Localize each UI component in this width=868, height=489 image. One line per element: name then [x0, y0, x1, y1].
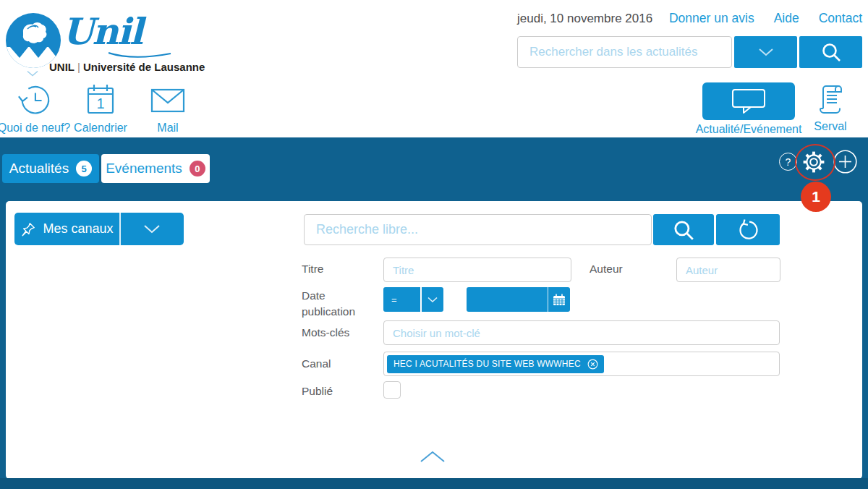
nav-item-label: Quoi de neuf?: [0, 122, 70, 135]
global-search-input[interactable]: [517, 36, 732, 68]
app-window: Unil UNIL|Université de Lausanne jeudi, …: [0, 0, 868, 489]
reset-search-button[interactable]: [716, 214, 780, 245]
tab-count-badge: 0: [190, 161, 205, 177]
speech-bubble-icon: [729, 87, 768, 116]
my-channels-dropdown[interactable]: [121, 213, 184, 245]
nav-item-label: Mail: [157, 122, 178, 135]
link-contact[interactable]: Contact: [819, 11, 862, 26]
tab-label: Actualités: [9, 161, 69, 177]
channel-field-label: Canal: [302, 356, 331, 372]
history-clock-icon: [17, 83, 51, 118]
chevron-down-icon: [427, 297, 438, 303]
nav-item-actualite-evenement[interactable]: [702, 82, 795, 120]
nav-item-quoi-de-neuf[interactable]: Quoi de neuf?: [1, 81, 67, 135]
title-input[interactable]: [383, 258, 571, 282]
global-search-button[interactable]: [799, 36, 862, 68]
channel-tag-label: HEC I ACUTALITÉS DU SITE WEB WWWHEC: [393, 359, 581, 369]
link-donner-un-avis[interactable]: Donner un avis: [669, 11, 754, 26]
calendar-day-number: 1: [96, 95, 104, 111]
chevron-up-icon: [420, 451, 446, 463]
annotation-step-badge: 1: [801, 182, 831, 212]
add-button[interactable]: [833, 150, 857, 174]
tab-label: Evénements: [106, 161, 182, 177]
refresh-icon: [736, 218, 760, 242]
date-publication-label: Date publication: [302, 288, 363, 320]
my-channels-button[interactable]: Mes canaux: [14, 213, 184, 245]
chevron-down-icon: [758, 48, 774, 56]
unil-logo-swash: [109, 51, 172, 59]
date-operator-value[interactable]: =: [383, 287, 420, 312]
chevron-down-icon: [143, 224, 161, 234]
date-operator-control: =: [383, 287, 443, 312]
tab-count-badge: 5: [76, 161, 92, 177]
nav-item-label: Serval: [814, 120, 846, 133]
my-channels-label: Mes canaux: [43, 221, 113, 237]
keywords-input[interactable]: [383, 320, 780, 345]
top-links: Donner un avis Aide Contact: [669, 11, 862, 26]
current-date: jeudi, 10 novembre 2016: [517, 12, 652, 26]
collapse-filters-button[interactable]: [420, 451, 446, 465]
calendar-icon: 1: [84, 82, 117, 119]
add-plus-icon: [833, 150, 857, 174]
date-operator-dropdown[interactable]: [422, 287, 443, 312]
channel-input[interactable]: HEC I ACUTALITÉS DU SITE WEB WWWHEC: [383, 352, 780, 376]
scroll-icon: [817, 82, 843, 116]
calendar-small-icon: [553, 294, 566, 306]
unil-logo-icon: [6, 13, 61, 68]
search-icon: [672, 218, 695, 242]
tab-evenements[interactable]: Evénements 0: [101, 154, 210, 183]
published-field-label: Publié: [302, 383, 333, 399]
remove-tag-icon[interactable]: [587, 359, 598, 370]
date-value[interactable]: [467, 287, 548, 312]
footer-bar: [0, 478, 868, 489]
settings-button[interactable]: [801, 149, 827, 175]
nav-item-calendrier[interactable]: 1 Calendrier: [72, 81, 129, 135]
logo-chevron-down-icon[interactable]: [26, 70, 39, 77]
free-search-input[interactable]: [304, 214, 652, 245]
nav-item-label: Calendrier: [74, 122, 127, 135]
unil-logo-tagline: UNIL|Université de Lausanne: [49, 61, 205, 73]
search-scope-dropdown[interactable]: [734, 36, 797, 68]
title-field-label: Titre: [302, 261, 323, 277]
unil-logo-script: Unil: [62, 10, 142, 53]
settings-gear-icon: [801, 149, 827, 175]
author-field-label: Auteur: [590, 261, 623, 277]
channel-tag: HEC I ACUTALITÉS DU SITE WEB WWWHEC: [387, 355, 604, 373]
keywords-field-label: Mots-clés: [302, 325, 349, 341]
author-input[interactable]: [676, 258, 780, 282]
nav-item-mail[interactable]: Mail: [142, 81, 194, 135]
search-icon: [820, 41, 842, 63]
help-icon: ?: [786, 156, 791, 168]
nav-item-serval[interactable]: Serval: [807, 82, 854, 133]
help-button[interactable]: ?: [779, 153, 797, 171]
published-checkbox[interactable]: [383, 381, 401, 399]
tab-actualites[interactable]: Actualités 5: [2, 154, 99, 183]
mail-envelope-icon: [150, 87, 186, 114]
link-aide[interactable]: Aide: [774, 11, 799, 26]
date-picker-field[interactable]: [467, 287, 570, 312]
nav-item-actualite-label: Actualité/Evénement: [687, 123, 810, 136]
free-search-button[interactable]: [653, 214, 714, 245]
pushpin-icon: [20, 221, 36, 237]
